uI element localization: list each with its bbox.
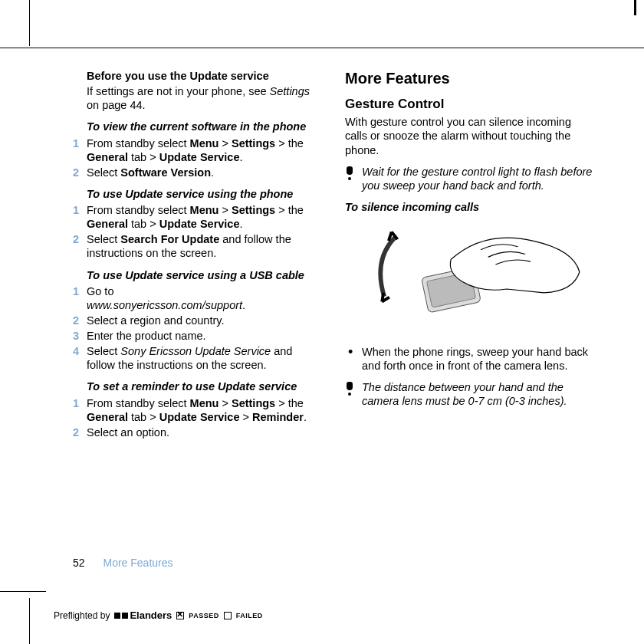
step: 3Enter the product name. [73,329,322,343]
failed-checkbox-icon [224,612,232,619]
step: 1 From standby select Menu > Settings > … [73,396,322,424]
section-name: More Features [103,557,172,569]
silence-calls-heading: To silence incoming calls [345,200,594,214]
note-wait-light: Wait for the gesture control light to fl… [345,165,594,192]
crop-mark [0,591,46,592]
crop-mark [634,0,636,15]
step: 2Select a region and country. [73,314,322,327]
intro-text: If settings are not in your phone, see S… [87,84,322,112]
left-column: Before you use the Update service If set… [73,69,322,567]
page-content: Before you use the Update service If set… [73,69,594,567]
page-footer: 52 More Features [73,557,173,569]
step: 2 Select Search For Update and follow th… [73,232,322,260]
gesture-intro: With gesture control you can silence inc… [345,115,594,156]
step: 1 Go towww.sonyericsson.com/support. [73,284,322,312]
more-features-heading: More Features [345,69,594,88]
page-number: 52 [73,557,85,569]
bullet-sweep: When the phone rings, sweep your hand ba… [345,345,594,373]
preflight-bar: Preflighted by Elanders PASSED FAILED [54,610,263,621]
step: 2 Select Software Version. [73,166,322,179]
note-distance: The distance between your hand and the c… [345,380,594,408]
gesture-control-heading: Gesture Control [345,96,594,112]
failed-label: FAILED [236,612,263,619]
passed-label: PASSED [189,612,219,619]
gesture-illustration [345,219,594,337]
right-column: More Features Gesture Control With gestu… [345,69,594,567]
view-software-heading: To view the current software in the phon… [87,120,322,133]
use-phone-heading: To use Update service using the phone [87,187,322,201]
crop-mark [0,48,644,48]
step: 4 Select Sony Ericsson Update Service an… [73,344,322,372]
crop-mark [29,598,30,644]
elanders-logo: Elanders [114,610,172,621]
use-usb-heading: To use Update service using a USB cable [87,268,322,282]
step: 1 From standby select Menu > Settings > … [73,136,322,164]
step: 1 From standby select Menu > Settings > … [73,203,322,231]
set-reminder-heading: To set a reminder to use Update service [87,380,322,393]
preflight-label: Preflighted by [54,610,110,621]
crop-mark [29,0,30,46]
step: 2Select an option. [73,426,322,439]
before-heading: Before you use the Update service [87,69,322,83]
important-icon [345,166,354,180]
passed-checkbox-icon [176,612,184,619]
important-icon [345,382,354,396]
